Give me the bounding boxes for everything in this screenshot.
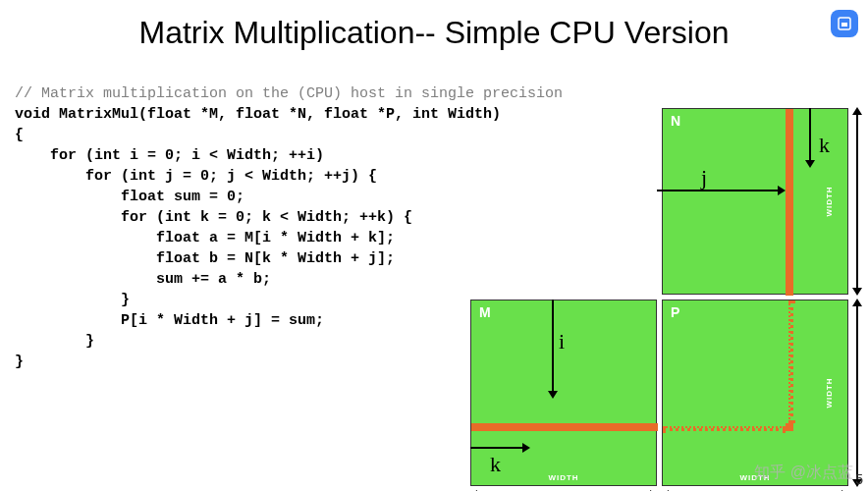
- k-bottom-label: k: [490, 452, 501, 477]
- m-width-bottom: WIDTH: [548, 473, 578, 482]
- i-label: i: [559, 329, 565, 355]
- k-top-arrow: [809, 108, 811, 162]
- k-top-label: k: [819, 133, 830, 158]
- svg-rect-1: [841, 23, 847, 27]
- slide-title: Matrix Multiplication-- Simple CPU Versi…: [0, 0, 868, 51]
- i-arrow: [552, 300, 554, 393]
- matrix-n-label: N: [671, 113, 680, 129]
- p-dotted-v: [788, 300, 793, 423]
- code-comment: // Matrix multiplication on the (CPU) ho…: [15, 83, 563, 104]
- matrix-p-label: P: [671, 304, 679, 320]
- matrix-m-label: M: [479, 304, 491, 320]
- j-arrow: [657, 190, 780, 191]
- k-bottom-arrow: [470, 447, 524, 449]
- matrix-diagram: N WIDTH j k M WIDTH i k P WIDTH WIDTH: [470, 108, 863, 486]
- n-highlight-col: [786, 109, 793, 296]
- page-number: 5: [855, 471, 863, 487]
- p-dim-right: [856, 304, 858, 481]
- p-intersect: [786, 423, 793, 431]
- p-width-right: WIDTH: [825, 377, 834, 408]
- m-highlight-row: [471, 423, 658, 431]
- j-label: j: [701, 165, 707, 191]
- n-dim-right: [856, 113, 858, 290]
- corner-app-icon: [831, 10, 858, 37]
- n-width-right: WIDTH: [825, 186, 834, 216]
- watermark: 知乎 @冰点蓝: [754, 463, 853, 483]
- p-dotted-h: [663, 426, 786, 431]
- matrix-p: P WIDTH WIDTH: [662, 300, 848, 486]
